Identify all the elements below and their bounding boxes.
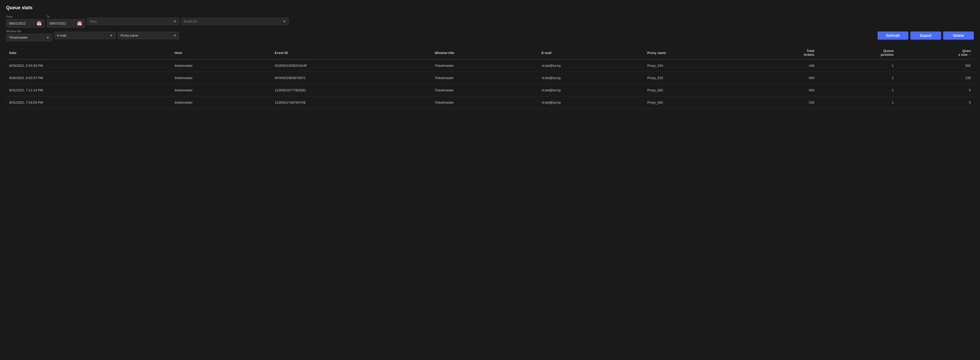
cell-host: ticketmaster (172, 59, 272, 72)
cell-email: vl.bel@tut.by (538, 84, 644, 97)
cell-total_tickets: 526 (748, 97, 818, 109)
email-select-value: e-mail (57, 33, 108, 37)
col-header-email: E-mail (538, 46, 644, 59)
col-header-total-tickets: Totaltickets (748, 46, 818, 59)
cell-queue_size: 6 (897, 84, 974, 97)
to-date-value: 09/07/2022 (49, 22, 75, 25)
cell-queue_position: 1 (818, 59, 897, 72)
cell-proxy_name: Proxy_682 (644, 97, 748, 109)
cell-window_title: Ticketmaster (432, 59, 538, 72)
host-select[interactable]: Host ▼ (87, 17, 179, 25)
col-header-event-id: Event ID (272, 46, 432, 59)
cell-event_id: 11005D18777B2EB2 (272, 84, 432, 97)
proxy-name-select-value: Proxy name (121, 33, 172, 37)
from-date-input[interactable]: 08/01/2022 📅 (6, 19, 45, 28)
email-select[interactable]: e-mail ▼ (54, 32, 116, 39)
col-header-host: Host (172, 46, 272, 59)
col-header-queue-position: Queueposition (818, 46, 897, 59)
col-header-queue-size[interactable]: Queue size ↑ (897, 46, 974, 59)
cell-date: 8/30/2022, 8:00:37 PM (6, 72, 172, 84)
table-row[interactable]: 8/30/2022, 8:00:37 PMticketmaster0F005D1… (6, 72, 974, 84)
delete-button[interactable]: Delete (943, 32, 974, 40)
table-header-row: Date Host Event ID Window title E-mail P… (6, 46, 974, 59)
cell-window_title: Ticketmaster (432, 97, 538, 109)
cell-queue_size: 239 (897, 72, 974, 84)
queue-stats-table: Date Host Event ID Window title E-mail P… (6, 46, 974, 109)
cell-queue_position: 1 (818, 97, 897, 109)
cell-proxy_name: Proxy_532 (644, 72, 748, 84)
cell-queue_size: 5 (897, 97, 974, 109)
to-label: To (46, 15, 85, 18)
window-title-value: Ticketmaster (9, 36, 45, 40)
cell-date: 8/31/2022, 7:03:29 PM (6, 97, 172, 109)
cell-queue_size: 592 (897, 59, 974, 72)
page-title: Queue stats (6, 5, 974, 11)
window-title-group: Window title Ticketmaster ▼ (6, 30, 52, 41)
cell-host: ticketmaster (172, 97, 272, 109)
cell-total_tickets: 448 (748, 59, 818, 72)
cell-window_title: Ticketmaster (432, 72, 538, 84)
cell-host: ticketmaster (172, 84, 272, 97)
cell-queue_position: 1 (818, 72, 897, 84)
to-date-input[interactable]: 09/07/2022 📅 (46, 19, 85, 28)
cell-date: 8/29/2022, 5:00:39 PM (6, 59, 172, 72)
cell-queue_position: 1 (818, 84, 897, 97)
cell-event_id: 01005D13D6DC6A4F (272, 59, 432, 72)
export-button[interactable]: Export (910, 32, 941, 40)
cell-event_id: 0F005D18D6976971 (272, 72, 432, 84)
proxy-name-select[interactable]: Proxy name ▼ (118, 32, 179, 39)
table-row[interactable]: 8/31/2022, 7:03:29 PMticketmaster11005D1… (6, 97, 974, 109)
to-calendar-icon[interactable]: 📅 (77, 21, 82, 26)
table-row[interactable]: 8/29/2022, 5:00:39 PMticketmaster01005D1… (6, 59, 974, 72)
col-header-window-title: Window title (432, 46, 538, 59)
refresh-button[interactable]: Refresh (878, 32, 908, 40)
event-id-select[interactable]: Event ID ▼ (181, 17, 289, 25)
event-id-chevron-icon: ▼ (283, 20, 286, 23)
proxy-name-chevron-icon: ▼ (173, 34, 177, 37)
to-date-group: To 09/07/2022 📅 (46, 15, 85, 28)
cell-event_id: 11005D17A87847AE (272, 97, 432, 109)
from-date-group: From 08/01/2022 📅 (6, 15, 45, 28)
cell-email: vl.bel@tut.by (538, 59, 644, 72)
from-date-value: 08/01/2022 (9, 22, 35, 25)
table-row[interactable]: 8/31/2022, 7:11:14 PMticketmaster11005D1… (6, 84, 974, 97)
col-header-date: Date (6, 46, 172, 59)
window-title-chevron-icon: ▼ (46, 36, 49, 40)
cell-total_tickets: 600 (748, 72, 818, 84)
email-chevron-icon: ▼ (110, 34, 113, 37)
host-select-value: Host (90, 19, 172, 23)
window-title-select[interactable]: Ticketmaster ▼ (6, 34, 52, 41)
event-id-select-value: Event ID (184, 19, 282, 23)
sort-up-icon: ↑ (969, 53, 971, 56)
cell-date: 8/31/2022, 7:11:14 PM (6, 84, 172, 97)
cell-host: ticketmaster (172, 72, 272, 84)
action-buttons: Refresh Export Delete (878, 32, 974, 40)
window-title-label: Window title (6, 30, 52, 33)
col-header-proxy-name: Proxy name (644, 46, 748, 59)
host-chevron-icon: ▼ (173, 20, 177, 23)
from-label: From (6, 15, 45, 18)
cell-window_title: Ticketmaster (432, 84, 538, 97)
cell-proxy_name: Proxy_682 (644, 84, 748, 97)
cell-email: vl.bel@tut.by (538, 72, 644, 84)
cell-proxy_name: Proxy_034 (644, 59, 748, 72)
cell-email: vl.bel@tut.by (538, 97, 644, 109)
from-calendar-icon[interactable]: 📅 (37, 21, 42, 26)
cell-total_tickets: 600 (748, 84, 818, 97)
